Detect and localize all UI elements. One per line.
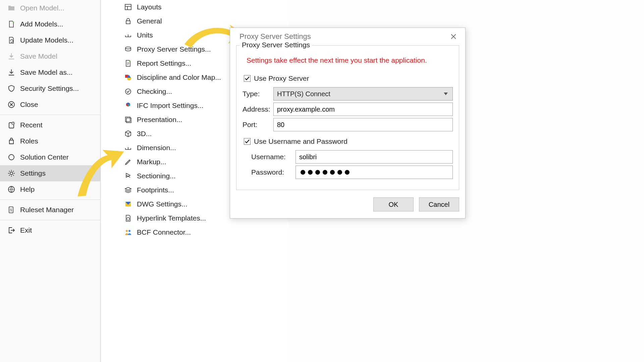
close-icon[interactable] (447, 32, 460, 42)
sidebar-item-help[interactable]: Help (0, 181, 100, 197)
password-input[interactable] (296, 166, 453, 179)
sidebar-item-label: Save Model as... (20, 68, 72, 76)
use-auth-label: Use Username and Password (254, 137, 347, 145)
submenu-item-label: Proxy Server Settings... (137, 45, 211, 53)
sidebar-item-label: Open Model... (20, 4, 64, 12)
submenu-item-label: BCF Connector... (137, 228, 191, 236)
proxy-icon (124, 45, 132, 53)
password-label: Password: (251, 168, 296, 176)
sidebar-item-label: Update Models... (20, 36, 73, 44)
sidebar-item-label: Save Model (20, 52, 57, 60)
submenu-item-bcf-connector[interactable]: BCF Connector... (101, 225, 288, 239)
sidebar-item-label: Add Models... (20, 20, 63, 28)
port-label: Port: (243, 121, 273, 129)
chevron-down-icon (444, 93, 448, 95)
page-refresh-icon (7, 36, 15, 44)
cube-icon (124, 130, 132, 138)
page-add-icon: + (7, 20, 15, 28)
svg-text:§: § (10, 208, 12, 212)
type-select[interactable]: HTTP(S) Connect (273, 87, 453, 101)
submenu-item-label: Dimension... (137, 144, 176, 152)
sidebar-item-label: Ruleset Manager (20, 206, 74, 214)
sidebar-item-settings[interactable]: Settings (0, 165, 100, 181)
ok-button[interactable]: OK (373, 197, 414, 212)
sidebar-item-add-models[interactable]: + Add Models... (0, 16, 100, 32)
units-icon (124, 31, 132, 39)
pencil-icon (124, 158, 132, 166)
svg-rect-16 (125, 117, 130, 122)
ruleset-icon: § (7, 206, 15, 214)
sidebar-separator (0, 220, 100, 220)
checkbox-icon (244, 75, 251, 82)
sidebar-item-save-model-as[interactable]: Save Model as... (0, 64, 100, 80)
submenu-item-label: Discipline and Color Map... (137, 73, 221, 81)
sidebar-item-label: Close (20, 101, 38, 109)
bag-icon (7, 137, 15, 145)
svg-rect-17 (126, 118, 131, 123)
sidebar-item-roles[interactable]: Roles (0, 133, 100, 149)
sidebar-item-label: Settings (20, 169, 46, 177)
address-row: Address: (243, 103, 453, 116)
submenu-item-label: Report Settings... (137, 59, 191, 67)
submenu-item-label: IFC Import Settings... (137, 102, 203, 110)
type-row: Type: HTTP(S) Connect (243, 87, 453, 101)
submenu-item-label: Footprints... (137, 186, 174, 194)
checking-icon (124, 87, 132, 96)
username-label: Username: (251, 153, 296, 161)
dialog-buttons: OK Cancel (230, 194, 465, 218)
sidebar-item-label: Security Settings... (20, 84, 79, 93)
svg-point-19 (127, 218, 129, 220)
submenu-item-label: Hyperlink Templates... (137, 214, 206, 222)
presentation-icon (124, 116, 132, 124)
submenu-item-label: General (137, 17, 162, 25)
sidebar-separator (0, 199, 100, 200)
svg-point-15 (125, 89, 131, 94)
layouts-icon (124, 3, 132, 11)
recent-icon (7, 121, 15, 129)
fieldset-legend: Proxy Server Settings (240, 41, 312, 49)
restart-notice: Settings take effect the next time you s… (247, 56, 453, 64)
address-input[interactable] (273, 103, 453, 116)
password-dots (299, 170, 350, 175)
sidebar-item-label: Help (20, 185, 35, 193)
dwg-icon (124, 200, 132, 208)
submenu-item-label: Markup... (137, 158, 166, 166)
link-templates-icon (124, 214, 132, 222)
sidebar-item-close[interactable]: Close (0, 97, 100, 113)
submenu-item-label: Layouts (137, 3, 162, 11)
ifc-icon (124, 102, 132, 110)
submenu-item-label: DWG Settings... (137, 200, 187, 208)
svg-point-11 (125, 47, 131, 49)
sidebar-item-label: Recent (20, 121, 43, 129)
submenu-item-label: Units (137, 31, 153, 39)
sidebar: Open Model... + Add Models... Update Mod… (0, 0, 101, 362)
svg-point-20 (126, 230, 128, 232)
sidebar-item-update-models[interactable]: Update Models... (0, 32, 100, 48)
save-as-icon (7, 68, 15, 76)
submenu-item-general[interactable]: General (101, 14, 288, 28)
sidebar-item-ruleset-manager[interactable]: § Ruleset Manager (0, 202, 100, 218)
proxy-settings-dialog: Proxy Server Settings Proxy Server Setti… (230, 27, 466, 219)
sidebar-item-solution-center[interactable]: Solution Center (0, 149, 100, 165)
sidebar-item-save-model[interactable]: Save Model (0, 48, 100, 64)
use-auth-checkbox-row[interactable]: Use Username and Password (244, 137, 453, 145)
circle-icon (7, 153, 15, 161)
folder-icon (7, 4, 15, 12)
sidebar-item-recent[interactable]: Recent (0, 117, 100, 133)
sidebar-item-exit[interactable]: Exit (0, 222, 100, 238)
use-proxy-checkbox-row[interactable]: Use Proxy Server (244, 74, 453, 82)
cancel-button[interactable]: Cancel (419, 197, 459, 212)
submenu-item-layouts[interactable]: Layouts (101, 0, 288, 14)
svg-point-21 (128, 230, 130, 232)
layers-icon (124, 186, 132, 194)
address-label: Address: (243, 105, 273, 113)
sidebar-item-label: Solution Center (20, 153, 69, 161)
username-input[interactable] (296, 150, 453, 164)
port-input[interactable] (273, 118, 453, 131)
sidebar-item-security-settings[interactable]: Security Settings... (0, 80, 100, 97)
sidebar-item-open-model[interactable]: Open Model... (0, 0, 100, 16)
username-row: Username: (251, 150, 453, 164)
auth-block: Username: Password: (251, 150, 453, 179)
type-select-value: HTTP(S) Connect (277, 90, 330, 98)
color-shapes-icon (124, 73, 132, 81)
